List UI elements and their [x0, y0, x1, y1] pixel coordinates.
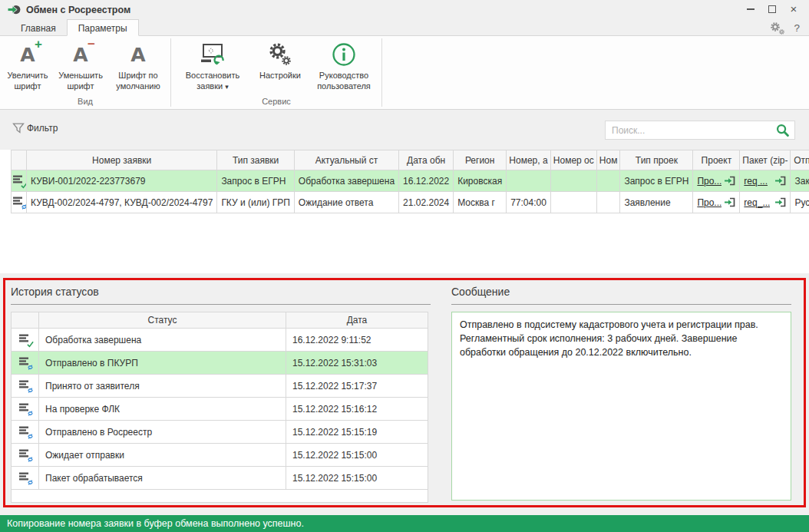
history-date: 16.12.2022 9:11:52 — [286, 329, 428, 352]
history-row[interactable]: Пакет обрабатывается 15.12.2022 15:15:00 — [12, 467, 428, 490]
history-status: Отправлено в ПКУРП — [39, 352, 286, 375]
cell-region: Москва г — [454, 192, 507, 213]
table-row[interactable]: КУВД-002/2024-4797, КУВД-002/2024-4797 Г… — [12, 192, 809, 213]
project-link[interactable]: Про... — [697, 197, 721, 208]
group-label-service: Сервис — [173, 97, 380, 109]
app-window: { "window": { "title": "Обмен с Росреест… — [0, 0, 809, 532]
decrease-font-button[interactable]: А− Уменьшить шрифт — [54, 41, 107, 92]
cell-nom — [596, 192, 620, 213]
column-header-sender[interactable]: Отправите — [791, 150, 809, 170]
open-project-icon[interactable] — [724, 176, 735, 186]
search-input[interactable] — [606, 125, 776, 136]
titlebar: Обмен с Росреестром × — [0, 0, 809, 19]
column-header-number[interactable]: Номер заявки — [27, 150, 217, 170]
history-row[interactable]: На проверке ФЛК 15.12.2022 15:16:12 — [12, 398, 428, 421]
open-project-icon[interactable] — [724, 197, 735, 207]
column-header-number-os[interactable]: Номер ос — [550, 150, 596, 170]
table-row[interactable]: КУВИ-001/2022-223773679 Запрос в ЕГРН Об… — [12, 170, 809, 192]
status-sync-icon — [18, 425, 32, 438]
column-header-project-type[interactable]: Тип проек — [620, 150, 693, 170]
filter-button[interactable]: Фильтр — [12, 122, 58, 134]
requests-table-area: Номер заявки Тип заявки Актуальный ст Да… — [0, 150, 809, 273]
history-column-status[interactable]: Статус — [39, 312, 286, 329]
window-title: Обмен с Росреестром — [26, 5, 130, 15]
cell-date: 16.12.2022 — [399, 170, 454, 192]
increase-font-button[interactable]: А+ Увеличить шрифт — [2, 41, 54, 92]
history-date: 15.12.2022 15:15:19 — [286, 421, 428, 444]
column-header-region[interactable]: Регион — [454, 150, 507, 170]
open-package-icon[interactable] — [774, 176, 786, 186]
app-icon — [7, 4, 21, 15]
column-header-package[interactable]: Пакет (zip- — [740, 150, 791, 170]
open-package-icon[interactable] — [774, 197, 786, 207]
status-sync-icon — [18, 379, 32, 392]
cell-project-type: Запрос в ЕГРН — [620, 170, 693, 192]
ribbon-tabs: Главная Параметры ? — [0, 19, 809, 35]
package-link[interactable]: req ... — [744, 176, 768, 187]
history-row[interactable]: Отправлено в Росреестр 15.12.2022 15:15:… — [12, 421, 428, 444]
button-label: Уменьшить шрифт — [57, 71, 104, 92]
tab-params[interactable]: Параметры — [67, 19, 139, 36]
ribbon: А+ Увеличить шрифт А− Уменьшить шрифт А … — [0, 35, 809, 110]
user-guide-button[interactable]: Руководство пользователя — [308, 41, 380, 92]
funnel-icon — [12, 122, 25, 134]
cell-type: Запрос в ЕГРН — [217, 170, 294, 192]
dropdown-caret-icon: ▾ — [225, 83, 229, 91]
default-font-button[interactable]: А Шрифт по умолчанию — [107, 41, 169, 92]
cell-number-os — [550, 170, 596, 192]
settings-button[interactable]: Настройки — [253, 41, 308, 81]
settings-gears-icon — [268, 42, 292, 67]
column-header-date[interactable]: Дата обн — [399, 150, 454, 170]
window-controls: × — [740, 2, 804, 16]
column-header-project[interactable]: Проект — [693, 150, 740, 170]
group-label-view: Вид — [2, 97, 169, 109]
column-header-nom[interactable]: Ном — [596, 150, 620, 170]
close-button[interactable]: × — [783, 2, 804, 16]
request-done-icon — [12, 174, 26, 187]
requests-header-row: Номер заявки Тип заявки Актуальный ст Да… — [12, 150, 809, 170]
column-header-status[interactable]: Актуальный ст — [294, 150, 398, 170]
column-header-icon[interactable] — [12, 150, 27, 170]
restore-requests-button[interactable]: Восстановить заявки ▾ — [173, 41, 253, 92]
help-icon[interactable]: ? — [794, 22, 800, 34]
quick-settings-gear-icon[interactable] — [771, 22, 784, 34]
divider — [11, 304, 431, 305]
cell-number: КУВД-002/2024-4797, КУВД-002/2024-4797 — [27, 192, 217, 213]
cell-number-a — [507, 170, 551, 192]
tab-home[interactable]: Главная — [10, 19, 67, 35]
user-guide-info-icon — [332, 42, 356, 67]
cell-sender: Закрытое — [791, 170, 809, 192]
minimize-button[interactable] — [740, 2, 761, 16]
search-icon[interactable] — [776, 124, 789, 137]
cell-package: req ... — [740, 170, 791, 192]
filter-row: Фильтр — [0, 110, 809, 150]
history-column-date[interactable]: Дата — [286, 312, 428, 329]
column-header-number-a[interactable]: Номер, а — [507, 150, 551, 170]
status-sync-icon — [18, 402, 32, 415]
history-row[interactable]: Обработка завершена 16.12.2022 9:11:52 — [12, 329, 428, 352]
history-row[interactable]: Принято от заявителя 15.12.2022 15:17:37 — [12, 375, 428, 398]
package-link[interactable]: req_... — [744, 197, 770, 208]
ribbon-group-separator — [170, 38, 171, 107]
maximize-button[interactable] — [761, 2, 783, 16]
cell-number-os — [550, 192, 596, 213]
button-label: Шрифт по умолчанию — [111, 71, 166, 92]
cell-status: Обработка завершена — [294, 170, 398, 192]
ribbon-group-separator — [381, 38, 382, 107]
history-status: На проверке ФЛК — [39, 398, 286, 421]
history-date: 15.12.2022 15:16:12 — [286, 398, 428, 421]
cell-number-a: 77:04:00 — [507, 192, 551, 213]
search-box — [605, 121, 795, 140]
project-link[interactable]: Про... — [697, 176, 721, 187]
cell-project-type: Заявление — [620, 192, 693, 213]
font-increase-icon: А+ — [15, 42, 40, 67]
history-row[interactable]: Отправлено в ПКУРП 15.12.2022 15:31:03 — [12, 352, 428, 375]
history-row[interactable]: Ожидает отправки 15.12.2022 15:15:00 — [12, 444, 428, 467]
column-header-type[interactable]: Тип заявки — [217, 150, 294, 170]
message-title: Сообщение — [451, 286, 791, 298]
cell-project: Про... — [693, 192, 740, 213]
font-default-icon: А — [126, 42, 150, 67]
history-status: Отправлено в Росреестр — [39, 421, 286, 444]
history-date: 15.12.2022 15:17:37 — [286, 375, 428, 398]
history-column-icon[interactable] — [12, 312, 39, 329]
